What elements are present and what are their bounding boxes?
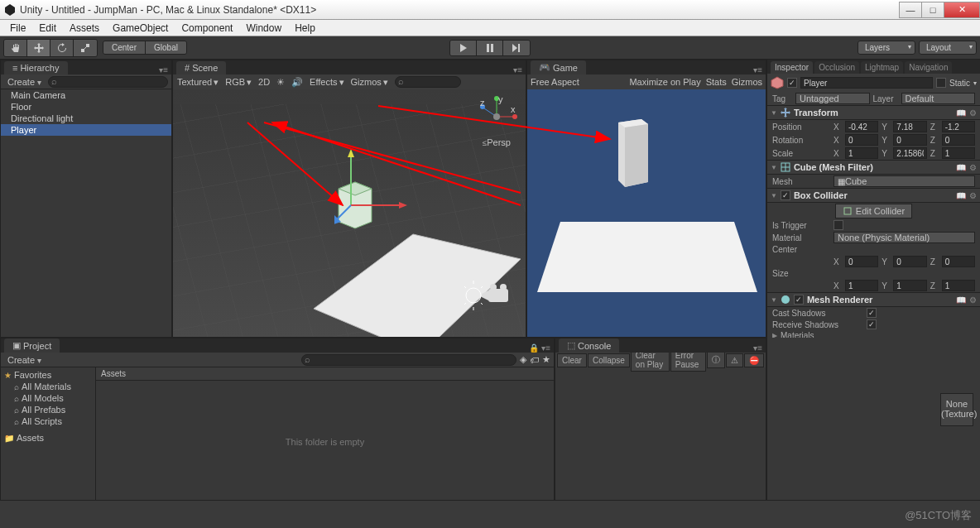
help-icon[interactable]: 📖 xyxy=(956,108,966,118)
console-collapse-toggle[interactable]: Collapse xyxy=(588,353,630,367)
panel-menu-icon[interactable]: ▾≡ xyxy=(159,65,168,74)
panel-menu-icon[interactable]: 🔒 ▾≡ xyxy=(529,343,550,353)
navigation-tab[interactable]: Navigation xyxy=(905,61,952,74)
project-search[interactable] xyxy=(301,354,516,366)
size-x-input[interactable] xyxy=(845,280,878,291)
menu-edit[interactable]: Edit xyxy=(32,21,63,36)
scale-y-input[interactable] xyxy=(893,147,926,159)
favorite-search[interactable]: ⌕ All Models xyxy=(2,392,94,404)
scene-light-toggle[interactable]: ☀ xyxy=(276,77,285,88)
meshfilter-header[interactable]: ▼Cube (Mesh Filter)📖⚙ xyxy=(767,160,980,175)
pos-x-input[interactable] xyxy=(845,121,878,132)
scene-shading-dropdown[interactable]: Textured ▾ xyxy=(177,77,219,88)
size-y-input[interactable] xyxy=(893,280,926,291)
hierarchy-create[interactable]: Create ▾ xyxy=(4,77,45,87)
gear-icon[interactable]: ⚙ xyxy=(969,191,977,200)
gear-icon[interactable]: ⚙ xyxy=(969,108,977,118)
gear-icon[interactable]: ⚙ xyxy=(969,295,977,305)
hierarchy-search[interactable] xyxy=(48,76,168,88)
occlusion-tab[interactable]: Occlusion xyxy=(814,61,859,74)
help-icon[interactable]: 📖 xyxy=(956,295,966,305)
tag-dropdown[interactable]: Untagged xyxy=(795,93,870,104)
panel-menu-icon[interactable]: ▾≡ xyxy=(753,65,762,74)
maximize-button[interactable]: □ xyxy=(921,2,944,18)
scene-audio-toggle[interactable]: 🔊 xyxy=(291,77,303,88)
search-filter-icon[interactable]: 🏷 xyxy=(530,355,539,365)
game-maximize-toggle[interactable]: Maximize on Play xyxy=(629,77,700,87)
receive-shadows-checkbox[interactable]: ✓ xyxy=(867,319,877,329)
menu-help[interactable]: Help xyxy=(288,21,322,36)
meshrenderer-header[interactable]: ▼✓Mesh Renderer📖⚙ xyxy=(767,292,980,307)
pivot-center[interactable]: Center xyxy=(103,41,146,54)
scale-z-input[interactable] xyxy=(942,147,975,159)
rot-x-input[interactable] xyxy=(845,134,878,146)
favorite-search[interactable]: ⌕ All Materials xyxy=(2,381,94,392)
favorite-search[interactable]: ⌕ All Scripts xyxy=(2,415,94,427)
step-button[interactable] xyxy=(503,41,530,55)
console-error-filter[interactable]: ⛔ xyxy=(744,353,764,367)
scene-2d-toggle[interactable]: 2D xyxy=(258,77,270,87)
scene-search[interactable] xyxy=(395,76,461,88)
menu-assets[interactable]: Assets xyxy=(63,21,106,36)
scene-tab[interactable]: # Scene xyxy=(176,61,226,74)
assets-breadcrumb[interactable]: Assets xyxy=(96,367,554,381)
project-tab[interactable]: ▣ Project xyxy=(4,338,60,353)
static-checkbox[interactable] xyxy=(936,78,946,88)
console-info-filter[interactable]: ⓘ xyxy=(707,352,725,368)
scene-gizmos-dropdown[interactable]: Gizmos ▾ xyxy=(351,77,388,88)
hierarchy-item[interactable]: Floor xyxy=(1,101,171,113)
panel-menu-icon[interactable]: ▾≡ xyxy=(513,65,522,74)
lightmap-tab[interactable]: Lightmap xyxy=(861,61,903,74)
help-icon[interactable]: 📖 xyxy=(956,191,966,200)
layout-dropdown[interactable]: Layout xyxy=(919,41,977,55)
game-viewport[interactable] xyxy=(527,89,766,337)
game-aspect-dropdown[interactable]: Free Aspect xyxy=(531,77,579,87)
close-button[interactable]: ✕ xyxy=(944,2,980,18)
scene-projection-label[interactable]: ≤Persp xyxy=(483,137,511,147)
physic-material-field[interactable]: None (Physic Material) xyxy=(833,232,975,243)
transform-header[interactable]: ▼Transform📖⚙ xyxy=(767,105,980,120)
istrigger-checkbox[interactable] xyxy=(833,220,843,230)
pause-button[interactable] xyxy=(477,41,503,55)
panel-menu-icon[interactable]: ▾≡ xyxy=(753,343,762,353)
favorite-search[interactable]: ⌕ All Prefabs xyxy=(2,404,94,415)
rot-y-input[interactable] xyxy=(893,134,926,146)
edit-collider-button[interactable]: Edit Collider xyxy=(835,204,912,218)
hierarchy-tab[interactable]: ≡ Hierarchy xyxy=(4,61,68,74)
scale-tool-button[interactable] xyxy=(74,40,97,56)
pos-z-input[interactable] xyxy=(942,121,975,132)
rot-z-input[interactable] xyxy=(942,134,975,146)
layer-dropdown[interactable]: Default xyxy=(901,93,976,104)
pivot-toggle[interactable]: Center Global xyxy=(103,41,187,55)
scene-effects-dropdown[interactable]: Effects ▾ xyxy=(310,77,343,88)
center-y-input[interactable] xyxy=(893,256,926,267)
search-save-icon[interactable]: ★ xyxy=(542,354,550,365)
play-button[interactable] xyxy=(450,41,477,55)
hierarchy-item[interactable]: Main Camera xyxy=(1,89,171,101)
scene-viewport[interactable]: x y z ≤Persp xyxy=(173,89,526,337)
hierarchy-item[interactable]: Directional light xyxy=(1,113,171,124)
menu-window[interactable]: Window xyxy=(239,21,288,36)
inspector-tab[interactable]: Inspector xyxy=(771,61,813,74)
console-warn-filter[interactable]: ⚠ xyxy=(726,353,743,367)
orientation-gizmo-icon[interactable]: x y z xyxy=(476,96,517,142)
minimize-button[interactable]: — xyxy=(899,2,922,18)
assets-folder[interactable]: 📁 Assets xyxy=(2,432,94,444)
meshrenderer-enabled-checkbox[interactable]: ✓ xyxy=(794,295,804,305)
gear-icon[interactable]: ⚙ xyxy=(969,163,977,172)
menu-file[interactable]: File xyxy=(3,21,32,36)
console-clear-button[interactable]: Clear xyxy=(557,353,587,367)
cast-shadows-checkbox[interactable]: ✓ xyxy=(867,308,877,318)
layers-dropdown[interactable]: Layers xyxy=(858,41,915,55)
boxcollider-enabled-checkbox[interactable]: ✓ xyxy=(781,190,790,200)
mesh-field[interactable]: ▦ Cube xyxy=(833,175,975,187)
pivot-global[interactable]: Global xyxy=(146,41,186,54)
active-checkbox[interactable]: ✓ xyxy=(787,78,797,88)
hierarchy-item-selected[interactable]: Player xyxy=(1,124,171,136)
center-x-input[interactable] xyxy=(845,256,878,267)
game-tab[interactable]: 🎮 Game xyxy=(531,60,586,74)
pos-y-input[interactable] xyxy=(893,121,926,132)
move-tool-button[interactable] xyxy=(27,40,50,56)
search-filter-icon[interactable]: ◈ xyxy=(520,354,526,365)
gameobject-name-input[interactable] xyxy=(800,77,933,89)
